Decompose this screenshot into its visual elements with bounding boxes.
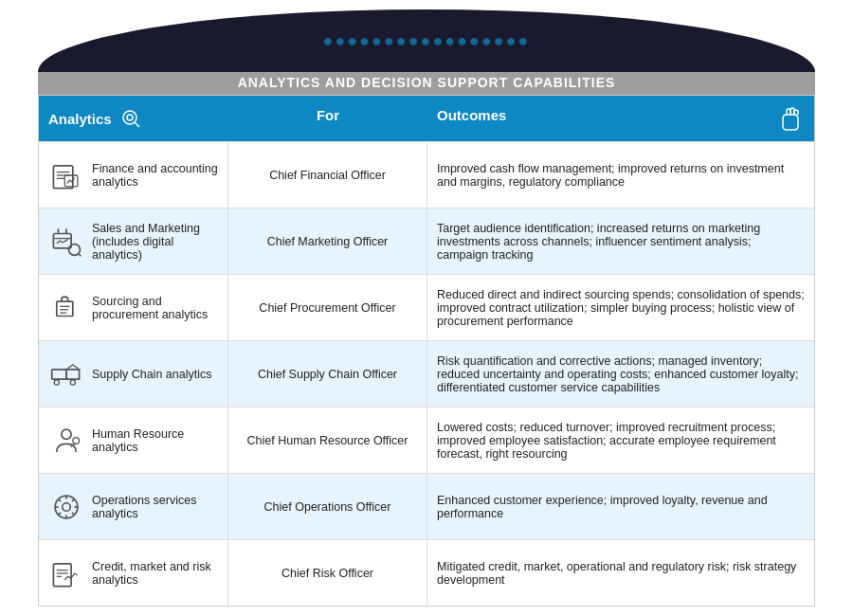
col-for-header: For: [228, 101, 427, 136]
table-body: Finance and accounting analyticsChief Fi…: [39, 141, 814, 606]
for-cell: Chief Procurement Officer: [228, 275, 427, 340]
analytics-label: Operations services analytics: [92, 494, 218, 520]
analytics-label: Supply Chain analytics: [92, 368, 218, 381]
operations-icon: [48, 489, 84, 525]
outcomes-cell: Reduced direct and indirect sourcing spe…: [427, 275, 814, 340]
for-cell: Chief Risk Officer: [228, 540, 427, 606]
for-label: Chief Operations Officer: [264, 500, 391, 514]
risk-icon: [48, 555, 84, 591]
analytics-label: Sourcing and procurement analytics: [92, 295, 218, 321]
analytics-cell: Credit, market and risk analytics: [39, 540, 228, 606]
subtitle-bar: ANALYTICS AND DECISION SUPPORT CAPABILIT…: [38, 70, 815, 95]
for-cell: Chief Marketing Officer: [228, 208, 427, 274]
outcomes-text: Improved cash flow management; improved …: [437, 162, 805, 189]
outcomes-cell: Lowered costs; reduced turnover; improve…: [427, 408, 814, 473]
for-label: Chief Procurement Officer: [259, 301, 395, 315]
table-container: Analytics For Outcomes Finance and accou…: [38, 95, 815, 607]
for-cell: Chief Supply Chain Officer: [228, 341, 427, 407]
supply-icon: [48, 356, 84, 392]
analytics-label: Credit, market and risk analytics: [92, 560, 218, 587]
table-row: Credit, market and risk analyticsChief R…: [39, 539, 814, 606]
table-header: Analytics For Outcomes: [39, 96, 814, 141]
table-row: Sourcing and procurement analyticsChief …: [39, 274, 814, 340]
outcomes-cell: Risk quantification and corrective actio…: [427, 341, 814, 407]
outcomes-cell: Enhanced customer experience; improved l…: [427, 474, 814, 539]
for-label: Chief Supply Chain Officer: [258, 368, 397, 381]
for-cell: Chief Financial Officer: [228, 142, 427, 208]
finance-icon: [48, 157, 84, 193]
hr-icon: [48, 423, 84, 459]
svg-point-39: [127, 115, 133, 120]
analytics-cell: Human Resource analytics: [39, 408, 228, 473]
analytics-cell: Sourcing and procurement analytics: [39, 275, 228, 340]
outcomes-text: Lowered costs; reduced turnover; improve…: [437, 421, 805, 461]
table-row: Human Resource analyticsChief Human Reso…: [39, 407, 814, 473]
analytics-cell: Sales and Marketing (includes digital an…: [39, 208, 228, 274]
svg-point-37: [123, 111, 136, 124]
outcomes-text: Target audience identification; increase…: [437, 222, 805, 262]
analytics-header-icon: [119, 107, 142, 130]
col-analytics-header: Analytics: [39, 101, 228, 136]
sourcing-icon: [48, 290, 84, 326]
outcomes-text: Enhanced customer experience; improved l…: [437, 494, 805, 520]
for-label: Chief Marketing Officer: [267, 235, 389, 248]
table-row: Supply Chain analyticsChief Supply Chain…: [39, 340, 814, 407]
outcomes-cell: Improved cash flow management; improved …: [427, 142, 814, 208]
for-label: Chief Human Resource Officer: [247, 434, 408, 447]
outcomes-cell: Mitigated credit, market, operational an…: [427, 540, 814, 606]
outcomes-cell: Target audience identification; increase…: [427, 208, 814, 274]
hands-icon: [777, 105, 804, 132]
analytics-label: Human Resource analytics: [92, 427, 218, 454]
table-row: Operations services analyticsChief Opera…: [39, 473, 814, 539]
header-right-icon: [767, 101, 814, 136]
analytics-cell: Supply Chain analytics: [39, 341, 228, 407]
svg-line-38: [135, 122, 139, 127]
analytics-label: Finance and accounting analytics: [92, 162, 218, 189]
analytics-label: Sales and Marketing (includes digital an…: [92, 222, 218, 262]
for-cell: Chief Human Resource Officer: [228, 408, 427, 473]
analytics-cell: Finance and accounting analytics: [39, 142, 228, 208]
analytics-cell: Operations services analytics: [39, 474, 228, 539]
col-outcomes-header: Outcomes: [427, 101, 767, 136]
table-row: Finance and accounting analyticsChief Fi…: [39, 141, 814, 208]
sales-icon: [48, 224, 84, 260]
top-arc: ●●●●●●●●●●●●●●●●●: [38, 9, 815, 72]
for-label: Chief Risk Officer: [281, 567, 373, 580]
outcomes-text: Reduced direct and indirect sourcing spe…: [437, 288, 805, 328]
for-cell: Chief Operations Officer: [228, 474, 427, 539]
outcomes-text: Risk quantification and corrective actio…: [437, 354, 805, 394]
table-row: Sales and Marketing (includes digital an…: [39, 208, 814, 274]
for-label: Chief Financial Officer: [269, 169, 386, 182]
outcomes-text: Mitigated credit, market, operational an…: [437, 560, 805, 587]
